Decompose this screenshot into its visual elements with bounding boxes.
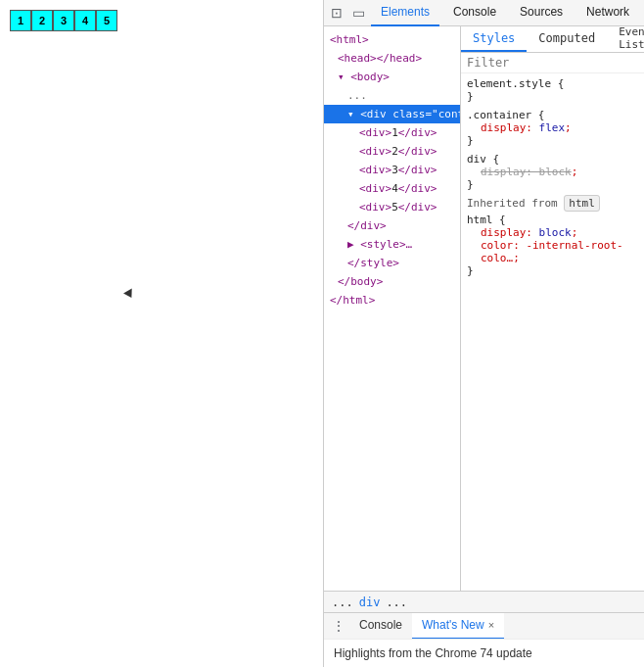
dom-line: <div>3</div>	[324, 161, 460, 179]
highlights-text: Highlights from the Chrome 74 update	[334, 646, 532, 660]
breadcrumb-bar: ... div ...	[324, 591, 644, 612]
tab-console[interactable]: Console	[443, 0, 506, 26]
dom-line-selected[interactable]: ▾ <div class="container"> == $	[324, 105, 460, 123]
style-prop-display: display: block;	[467, 226, 638, 239]
filter-label: Filter	[467, 56, 509, 70]
dom-line: <div>1</div>	[324, 123, 460, 142]
kebab-menu-icon[interactable]: ⋮	[328, 615, 349, 637]
flex-box-3: 3	[53, 10, 74, 31]
subtab-styles[interactable]: Styles	[461, 26, 527, 52]
inherited-row: Inherited from html	[467, 197, 638, 210]
close-tab-icon[interactable]: ×	[488, 619, 494, 631]
styles-panel: Styles Computed Event Liste… Filter elem…	[461, 26, 644, 591]
subtab-event-listeners[interactable]: Event Liste…	[607, 26, 644, 52]
filter-bar: Filter	[461, 53, 644, 73]
style-selector: element.style {	[467, 77, 564, 90]
style-selector: html {	[467, 214, 506, 226]
flex-box-2: 2	[31, 10, 53, 31]
dom-line: ...	[324, 86, 460, 105]
tab-sources[interactable]: Sources	[510, 0, 573, 26]
flex-box-5: 5	[96, 10, 117, 31]
dom-line: <div>2</div>	[324, 142, 460, 161]
tab-console-bottom[interactable]: Console	[349, 613, 412, 640]
dom-line: </style>	[324, 254, 460, 272]
subtab-computed[interactable]: Computed	[527, 26, 607, 52]
dom-line: <head></head>	[324, 49, 460, 68]
styles-content: element.style { } .container { display: …	[461, 73, 644, 591]
style-prop-color: color: -internal-root-colo…;	[467, 239, 638, 264]
inspect-icon[interactable]: ⊡	[328, 4, 345, 22]
style-brace: }	[467, 134, 474, 147]
breadcrumb-dots-left: ...	[332, 596, 353, 609]
highlights-bar: Highlights from the Chrome 74 update	[324, 639, 644, 667]
flex-box-1: 1	[10, 10, 31, 31]
style-brace: }	[467, 264, 474, 277]
tab-whats-new[interactable]: What's New ×	[412, 613, 504, 640]
console-tabs-row: ⋮ Console What's New ×	[324, 612, 644, 639]
style-brace: }	[467, 90, 474, 103]
style-prop: display: flex;	[467, 121, 638, 134]
subtabs-row: Styles Computed Event Liste…	[461, 26, 644, 53]
dom-line: </body>	[324, 272, 460, 291]
dom-line: ▾ <body>	[324, 68, 460, 86]
flex-box-4: 4	[74, 10, 96, 31]
devtools-panel: ⊡ ▭ Elements Console Sources Network <ht…	[323, 0, 644, 667]
inherited-label: html	[564, 195, 600, 212]
tab-elements[interactable]: Elements	[371, 0, 439, 26]
style-brace: }	[467, 178, 474, 191]
devtools-toolbar: ⊡ ▭ Elements Console Sources Network	[324, 0, 644, 26]
style-rule-element: element.style { }	[467, 77, 638, 103]
devtools-main: <html> <head></head> ▾ <body> ... ▾ <div…	[324, 26, 644, 591]
style-selector: div {	[467, 153, 499, 166]
dom-line: ▶ <style>…	[324, 235, 460, 254]
tab-network[interactable]: Network	[576, 0, 639, 26]
style-rule-html: html { display: block; color: -internal-…	[467, 214, 638, 277]
dom-line: <html>	[324, 30, 460, 49]
breadcrumb-tag[interactable]: div	[359, 596, 381, 609]
flex-container: 1 2 3 4 5	[10, 10, 313, 31]
dom-line: </html>	[324, 291, 460, 310]
dom-line: <div>4</div>	[324, 179, 460, 198]
style-selector: .container {	[467, 109, 544, 121]
dom-panel: <html> <head></head> ▾ <body> ... ▾ <div…	[324, 26, 461, 591]
dom-line: <div>5</div>	[324, 198, 460, 216]
breadcrumb-dots-right: ...	[386, 596, 407, 609]
device-icon[interactable]: ▭	[349, 4, 367, 22]
preview-area: 1 2 3 4 5	[0, 0, 323, 593]
style-prop-strikethrough: display: block;	[467, 166, 638, 178]
style-rule-div: div { display: block; }	[467, 153, 638, 191]
dom-line: </div>	[324, 216, 460, 235]
style-rule-container: .container { display: flex; }	[467, 109, 638, 147]
